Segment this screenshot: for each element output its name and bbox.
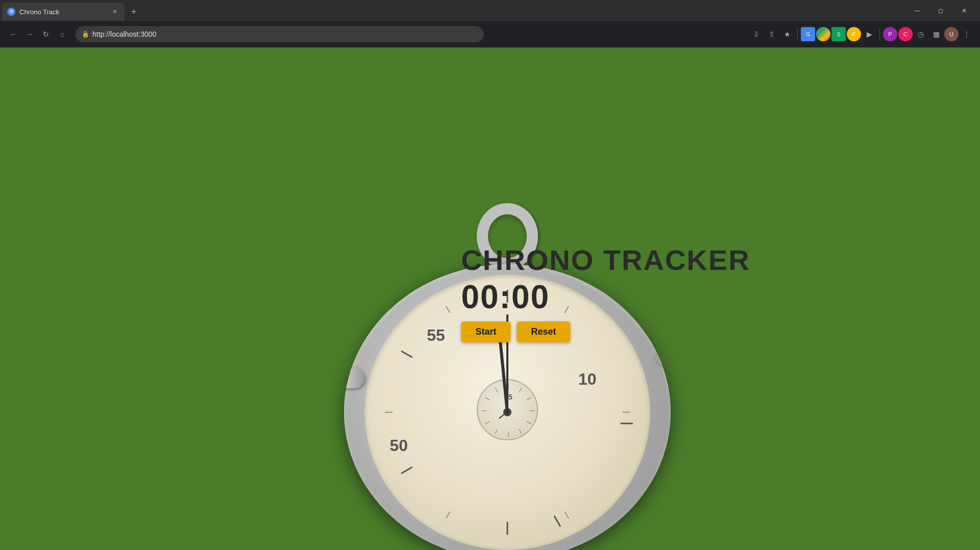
keep-icon[interactable]: K xyxy=(847,27,861,41)
forward-button[interactable]: → xyxy=(22,27,37,41)
profile-icon2[interactable]: C xyxy=(898,27,913,41)
sidebar-icon[interactable]: ▦ xyxy=(929,27,943,41)
google-apps-icon[interactable]: G xyxy=(801,27,815,41)
tab-favicon: ⏱ xyxy=(7,8,15,16)
url-lock-icon: 🔒 xyxy=(82,31,89,38)
tab-close-button[interactable]: ✕ xyxy=(110,7,119,16)
address-bar: ← → ↻ ⌂ 🔒 http://localhost:3000 ⇩ ⇧ ★ G … xyxy=(0,21,980,47)
toolbar-right: ⇩ ⇧ ★ G S K ▶ P C ◷ ▦ U ⋮ xyxy=(749,27,974,41)
extensions-icon[interactable]: ◷ xyxy=(914,27,928,41)
reset-button[interactable]: Reset xyxy=(517,321,570,342)
url-bar[interactable]: 🔒 http://localhost:3000 xyxy=(76,26,484,42)
app-buttons: Start Reset xyxy=(461,321,750,342)
toolbar-divider xyxy=(797,29,798,39)
more-menu-button[interactable]: ⋮ xyxy=(960,27,974,41)
url-text: http://localhost:3000 xyxy=(92,30,156,38)
share-icon[interactable]: ⇧ xyxy=(765,27,779,41)
reload-button[interactable]: ↻ xyxy=(39,27,53,41)
maximize-button[interactable]: ◻ xyxy=(929,0,952,21)
app-title: CHRONO TRACKER xyxy=(461,246,750,274)
tab-bar: ⏱ Chrono Track ✕ + — ◻ ✕ xyxy=(0,0,980,21)
toolbar-divider2 xyxy=(879,29,880,39)
sheets-icon[interactable]: S xyxy=(831,27,846,41)
svg-line-29 xyxy=(500,336,507,412)
app-content: 55 5 10 50 xyxy=(0,47,980,550)
timer-display: 00:00 xyxy=(461,281,750,313)
google-chrome-icon[interactable] xyxy=(816,27,830,41)
home-button[interactable]: ⌂ xyxy=(55,27,69,41)
minimize-button[interactable]: — xyxy=(905,0,929,21)
back-button[interactable]: ← xyxy=(6,27,20,41)
close-button[interactable]: ✕ xyxy=(952,0,976,21)
new-tab-button[interactable]: + xyxy=(127,5,141,19)
active-tab[interactable]: ⏱ Chrono Track ✕ xyxy=(2,3,125,21)
chromecast-icon[interactable]: ▶ xyxy=(862,27,876,41)
profile-icon1[interactable]: P xyxy=(883,27,897,41)
download-icon[interactable]: ⇩ xyxy=(749,27,764,41)
stopwatch-side-button-left xyxy=(344,368,364,388)
tab-title: Chrono Track xyxy=(19,8,106,16)
user-avatar[interactable]: U xyxy=(944,27,959,41)
bookmark-icon[interactable]: ★ xyxy=(780,27,794,41)
browser-chrome: ⏱ Chrono Track ✕ + — ◻ ✕ ← → ↻ ⌂ 🔒 http:… xyxy=(0,0,980,47)
window-controls: — ◻ ✕ xyxy=(901,0,980,21)
stopwatch-side-button-right xyxy=(655,347,671,365)
app-ui: CHRONO TRACKER 00:00 Start Reset xyxy=(461,246,750,342)
start-button[interactable]: Start xyxy=(461,321,510,342)
